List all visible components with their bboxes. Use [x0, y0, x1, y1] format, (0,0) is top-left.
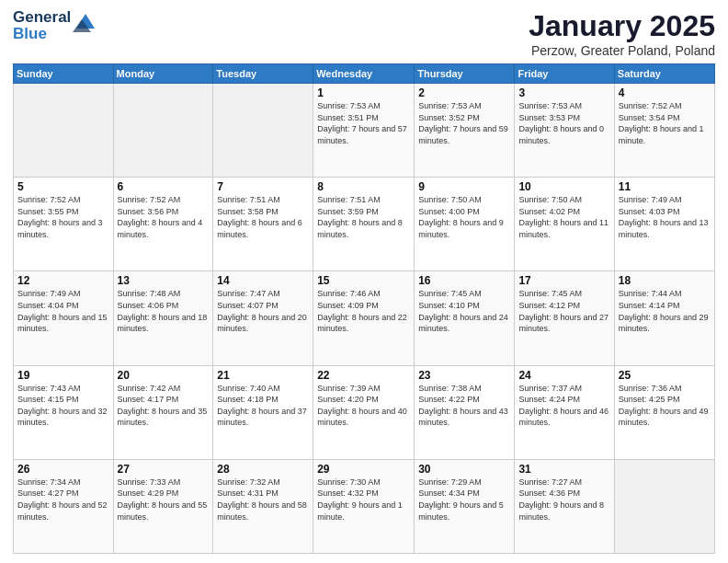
header-monday: Monday — [113, 64, 213, 84]
header-saturday: Saturday — [614, 64, 714, 84]
day-number: 14 — [217, 274, 309, 287]
day-number: 3 — [518, 86, 609, 99]
day-number: 11 — [619, 180, 711, 193]
table-row: 3Sunrise: 7:53 AMSunset: 3:53 PMDaylight… — [515, 84, 614, 178]
day-content: Sunrise: 7:49 AMSunset: 4:04 PMDaylight:… — [17, 288, 109, 334]
day-content: Sunrise: 7:44 AMSunset: 4:14 PMDaylight:… — [619, 288, 711, 334]
subtitle: Perzow, Greater Poland, Poland — [529, 43, 715, 58]
day-number: 16 — [418, 274, 510, 287]
table-row: 6Sunrise: 7:52 AMSunset: 3:56 PMDaylight… — [113, 178, 213, 271]
table-row: 21Sunrise: 7:40 AMSunset: 4:18 PMDayligh… — [213, 365, 313, 459]
header-tuesday: Tuesday — [213, 64, 313, 84]
table-row — [213, 84, 313, 178]
day-number: 26 — [17, 463, 109, 476]
table-row: 27Sunrise: 7:33 AMSunset: 4:29 PMDayligh… — [113, 459, 213, 553]
table-row: 10Sunrise: 7:50 AMSunset: 4:02 PMDayligh… — [515, 178, 614, 271]
day-number: 30 — [418, 463, 510, 476]
day-number: 13 — [118, 274, 210, 287]
day-number: 31 — [518, 463, 609, 476]
table-row: 25Sunrise: 7:36 AMSunset: 4:25 PMDayligh… — [614, 365, 714, 459]
day-content: Sunrise: 7:52 AMSunset: 3:54 PMDaylight:… — [619, 100, 711, 146]
header-sunday: Sunday — [14, 64, 114, 84]
day-content: Sunrise: 7:32 AMSunset: 4:31 PMDaylight:… — [217, 477, 309, 523]
header-thursday: Thursday — [415, 64, 515, 84]
day-number: 5 — [17, 180, 109, 193]
day-number: 8 — [317, 180, 410, 193]
page: General Blue January 2025 Perzow, Greate… — [0, 0, 728, 563]
table-row: 11Sunrise: 7:49 AMSunset: 4:03 PMDayligh… — [614, 178, 714, 271]
day-number: 6 — [118, 180, 210, 193]
header-row: Sunday Monday Tuesday Wednesday Thursday… — [14, 64, 715, 84]
day-content: Sunrise: 7:37 AMSunset: 4:24 PMDaylight:… — [518, 383, 609, 429]
header-wednesday: Wednesday — [313, 64, 415, 84]
day-content: Sunrise: 7:36 AMSunset: 4:25 PMDaylight:… — [619, 383, 711, 429]
table-row: 29Sunrise: 7:30 AMSunset: 4:32 PMDayligh… — [313, 459, 415, 553]
table-row: 2Sunrise: 7:53 AMSunset: 3:52 PMDaylight… — [415, 84, 515, 178]
table-row: 12Sunrise: 7:49 AMSunset: 4:04 PMDayligh… — [14, 271, 114, 365]
table-row: 5Sunrise: 7:52 AMSunset: 3:55 PMDaylight… — [14, 178, 114, 271]
table-row: 20Sunrise: 7:42 AMSunset: 4:17 PMDayligh… — [113, 365, 213, 459]
day-content: Sunrise: 7:50 AMSunset: 4:00 PMDaylight:… — [418, 194, 510, 240]
day-number: 21 — [217, 369, 309, 382]
table-row: 31Sunrise: 7:27 AMSunset: 4:36 PMDayligh… — [515, 459, 614, 553]
day-number: 27 — [118, 463, 210, 476]
day-content: Sunrise: 7:45 AMSunset: 4:10 PMDaylight:… — [418, 288, 510, 334]
day-content: Sunrise: 7:34 AMSunset: 4:27 PMDaylight:… — [17, 477, 109, 523]
day-content: Sunrise: 7:53 AMSunset: 3:52 PMDaylight:… — [418, 100, 510, 146]
day-content: Sunrise: 7:51 AMSunset: 3:59 PMDaylight:… — [317, 194, 410, 240]
calendar-table: Sunday Monday Tuesday Wednesday Thursday… — [13, 63, 715, 554]
table-row — [14, 84, 114, 178]
day-content: Sunrise: 7:30 AMSunset: 4:32 PMDaylight:… — [317, 477, 410, 523]
day-content: Sunrise: 7:39 AMSunset: 4:20 PMDaylight:… — [317, 383, 410, 429]
day-content: Sunrise: 7:53 AMSunset: 3:51 PMDaylight:… — [317, 100, 410, 146]
day-number: 2 — [418, 86, 510, 99]
calendar-header: Sunday Monday Tuesday Wednesday Thursday… — [14, 64, 715, 84]
day-number: 4 — [619, 86, 711, 99]
table-row: 8Sunrise: 7:51 AMSunset: 3:59 PMDaylight… — [313, 178, 415, 271]
table-row: 4Sunrise: 7:52 AMSunset: 3:54 PMDaylight… — [614, 84, 714, 178]
day-content: Sunrise: 7:33 AMSunset: 4:29 PMDaylight:… — [118, 477, 210, 523]
month-title: January 2025 — [529, 9, 715, 43]
day-number: 15 — [317, 274, 410, 287]
table-row: 17Sunrise: 7:45 AMSunset: 4:12 PMDayligh… — [515, 271, 614, 365]
table-row: 9Sunrise: 7:50 AMSunset: 4:00 PMDaylight… — [415, 178, 515, 271]
day-content: Sunrise: 7:51 AMSunset: 3:58 PMDaylight:… — [217, 194, 309, 240]
logo: General Blue — [13, 9, 98, 42]
day-content: Sunrise: 7:45 AMSunset: 4:12 PMDaylight:… — [518, 288, 609, 334]
logo-icon — [73, 12, 98, 32]
day-number: 9 — [418, 180, 510, 193]
day-content: Sunrise: 7:38 AMSunset: 4:22 PMDaylight:… — [418, 383, 510, 429]
day-content: Sunrise: 7:52 AMSunset: 3:55 PMDaylight:… — [17, 194, 109, 240]
day-number: 23 — [418, 369, 510, 382]
day-content: Sunrise: 7:48 AMSunset: 4:06 PMDaylight:… — [118, 288, 210, 334]
table-row: 18Sunrise: 7:44 AMSunset: 4:14 PMDayligh… — [614, 271, 714, 365]
day-number: 28 — [217, 463, 309, 476]
day-number: 22 — [317, 369, 410, 382]
day-number: 1 — [317, 86, 410, 99]
table-row: 16Sunrise: 7:45 AMSunset: 4:10 PMDayligh… — [415, 271, 515, 365]
table-row — [614, 459, 714, 553]
day-number: 24 — [518, 369, 609, 382]
logo-blue: Blue — [13, 26, 71, 42]
day-number: 17 — [518, 274, 609, 287]
day-content: Sunrise: 7:27 AMSunset: 4:36 PMDaylight:… — [518, 477, 609, 523]
table-row: 28Sunrise: 7:32 AMSunset: 4:31 PMDayligh… — [213, 459, 313, 553]
day-number: 25 — [619, 369, 711, 382]
day-content: Sunrise: 7:52 AMSunset: 3:56 PMDaylight:… — [118, 194, 210, 240]
title-area: January 2025 Perzow, Greater Poland, Pol… — [529, 9, 715, 58]
table-row: 30Sunrise: 7:29 AMSunset: 4:34 PMDayligh… — [415, 459, 515, 553]
table-row: 26Sunrise: 7:34 AMSunset: 4:27 PMDayligh… — [14, 459, 114, 553]
day-content: Sunrise: 7:40 AMSunset: 4:18 PMDaylight:… — [217, 383, 309, 429]
day-content: Sunrise: 7:47 AMSunset: 4:07 PMDaylight:… — [217, 288, 309, 334]
day-number: 18 — [619, 274, 711, 287]
day-number: 29 — [317, 463, 410, 476]
calendar-body: 1Sunrise: 7:53 AMSunset: 3:51 PMDaylight… — [14, 84, 715, 554]
day-content: Sunrise: 7:29 AMSunset: 4:34 PMDaylight:… — [418, 477, 510, 523]
table-row: 22Sunrise: 7:39 AMSunset: 4:20 PMDayligh… — [313, 365, 415, 459]
header: General Blue January 2025 Perzow, Greate… — [13, 9, 715, 58]
day-number: 19 — [17, 369, 109, 382]
day-content: Sunrise: 7:42 AMSunset: 4:17 PMDaylight:… — [118, 383, 210, 429]
day-number: 10 — [518, 180, 609, 193]
table-row: 14Sunrise: 7:47 AMSunset: 4:07 PMDayligh… — [213, 271, 313, 365]
header-friday: Friday — [515, 64, 614, 84]
